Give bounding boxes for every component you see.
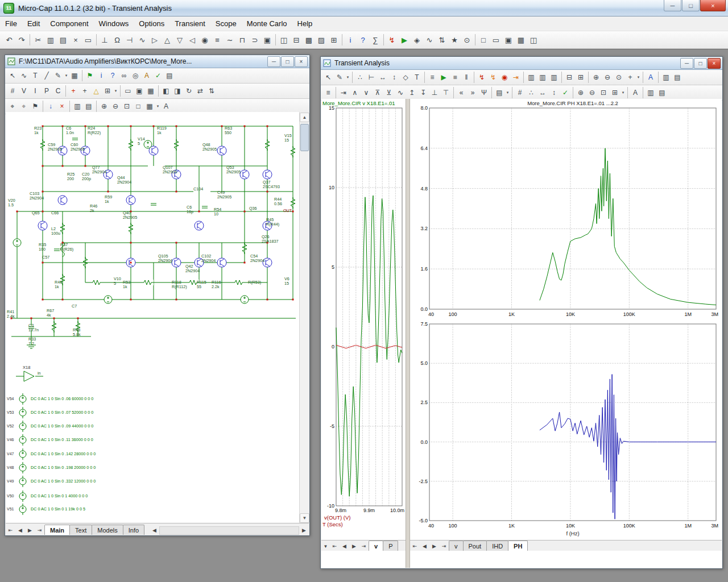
node-numbers-icon[interactable]: # [7,85,18,97]
performance-icon[interactable]: ∿ [423,34,436,46]
macro-block-icon[interactable]: ▣ [261,34,274,46]
close-button[interactable]: × [295,56,308,67]
tile-horizontal-icon[interactable]: ⊟ [290,34,303,46]
copy-icon[interactable]: ▥ [44,34,57,46]
font-icon[interactable]: A [160,101,172,112]
copy-entire-page-icon[interactable]: ▤ [83,101,94,112]
font-icon[interactable]: A [630,87,641,98]
calculator-icon[interactable]: ∑ [369,34,382,46]
warnings-icon[interactable]: △ [90,85,102,97]
grid-options-icon[interactable]: ⊞ [609,87,621,98]
copy-window-icon[interactable]: ▤ [672,72,683,83]
flip-horizontal-icon[interactable]: ⇄ [195,85,206,97]
next-page-icon[interactable]: ▥ [645,87,656,98]
rotate-icon[interactable]: ↻ [183,85,195,97]
pane-splitter[interactable] [406,99,410,568]
hscroll-right-button[interactable]: ▶ [299,526,309,535]
print-preview-icon[interactable]: ◫ [527,34,540,46]
scope-panel-icon[interactable]: ▥ [526,72,537,83]
point-to-point-icon[interactable]: ∞ [118,70,130,81]
slider-icon[interactable]: ⇥ [510,72,522,83]
tab-main[interactable]: Main [44,525,70,535]
component-mode-icon[interactable]: ∿ [18,70,30,81]
schematic-drawing[interactable]: X18inR231kC61.0nR24R(R22)C592N2905C602N2… [6,112,299,523]
resistor-icon[interactable]: Ω [111,34,123,46]
sine-source-icon[interactable]: ∼ [224,34,236,46]
pin-conditions-icon[interactable]: C [52,85,64,97]
last-tab-button[interactable]: ⇥ [439,542,449,551]
main-titlebar[interactable]: 11 Micro-Cap 11.0.1.2 (32 bit) - Transie… [0,0,728,16]
tab-v[interactable]: v [449,541,464,551]
close-button[interactable]: × [708,58,721,69]
open-file-icon[interactable]: ▭ [490,34,502,46]
ph-upper-plot[interactable]: 401001K10K100K1M3M8.06.44.83.21.60.0More… [410,99,722,319]
cursor-next-icon[interactable]: ⇥ [338,87,349,98]
probe-mode-icon[interactable]: ↯ [487,72,499,83]
minimize-button[interactable]: ─ [680,58,693,69]
clipboard-dropdown[interactable]: ▾ [505,90,510,95]
zoom-in-icon[interactable]: ⊕ [575,87,586,98]
clear-flags-icon[interactable]: × [56,101,68,112]
clipboard-icon[interactable]: ▤ [494,87,505,98]
zoom-fit-icon[interactable]: □ [133,101,144,112]
tile-vertical-icon[interactable]: ◫ [278,34,290,46]
zoom-out-icon[interactable]: ⊖ [110,101,121,112]
maximize-button[interactable]: □ [281,56,294,67]
remove-scale-icon[interactable]: ⊟ [564,72,575,83]
zoom-in-icon[interactable]: ⊕ [98,101,110,112]
find-icon[interactable]: ⌖ [7,101,18,112]
analysis-titlebar[interactable]: Transient Analysis ─□× [321,57,722,70]
cursor-low-icon[interactable]: ⊻ [383,87,395,98]
menu-edit[interactable]: Edit [22,16,45,31]
properties-icon[interactable]: ≡ [427,72,438,83]
maximize-button[interactable]: □ [682,0,700,11]
copy-to-page-icon[interactable]: ▥ [72,101,83,112]
pnp-transistor-icon[interactable]: ▽ [173,34,186,46]
vscroll-thumb[interactable] [300,124,309,151]
capacitor-icon[interactable]: ⊣ [123,34,136,46]
tab-pout[interactable]: Pout [463,541,487,551]
pin-names-icon[interactable]: + [79,85,90,97]
graphics-mode-icon[interactable]: ✎ [52,70,64,81]
add-scale-icon[interactable]: ⊞ [575,72,586,83]
zoom-auto-icon[interactable]: ⊙ [613,72,624,83]
menu-windows[interactable]: Windows [94,16,134,31]
next-tab-button[interactable]: ▶ [349,542,359,551]
schematic-titlebar[interactable]: F:\MC11\DATA\Audio Amplifiers\ВиктКОРС\M… [5,55,309,68]
cursor-mode-icon[interactable]: + [624,72,636,83]
zoom-out-icon[interactable]: ⊖ [602,72,613,83]
inductor-icon[interactable]: ∿ [136,34,148,46]
info-mode-icon[interactable]: i [96,70,107,81]
cursor-mode-dropdown[interactable]: ▾ [636,75,641,80]
select-mode-icon[interactable]: ↖ [7,70,18,81]
first-tab-button[interactable]: ⇤ [410,542,420,551]
help-icon[interactable]: ? [357,34,369,46]
cursor-top-icon[interactable]: ⊤ [440,87,452,98]
data-panel-icon[interactable]: ▥ [537,72,548,83]
annotate-dropdown[interactable]: ▾ [345,75,350,80]
3d-plot-icon[interactable]: ◈ [411,34,423,46]
restore-scale-icon[interactable]: ⊡ [598,87,609,98]
split-vertical-icon[interactable]: ◨ [172,85,183,97]
horizontal-axis-tag-icon[interactable]: ↔ [537,87,548,98]
tab-v[interactable]: v [369,541,383,551]
flag-mode-icon[interactable]: ⚑ [84,70,96,81]
save-file-icon[interactable]: ▣ [502,34,515,46]
run-analysis-icon[interactable]: ▶ [398,34,411,46]
paste-icon[interactable]: ▤ [57,34,69,46]
same-branch-icon[interactable]: Ψ [478,87,490,98]
font-icon[interactable]: A [645,72,656,83]
last-tab-button[interactable]: ⇥ [35,526,44,535]
widget-panel-icon[interactable]: ▥ [548,72,560,83]
first-tab-button[interactable]: ⇤ [330,542,340,551]
npn-transistor-icon[interactable]: △ [161,34,173,46]
stop-icon[interactable]: ■ [449,72,461,83]
page-layout-icon[interactable]: ▤ [164,70,175,81]
overlap-windows-icon[interactable]: ▨ [315,34,328,46]
tab-info[interactable]: Info [123,525,144,535]
select-all-icon[interactable]: ▭ [82,34,94,46]
redo-icon[interactable]: ↷ [15,34,28,46]
check-model-icon[interactable]: ✓ [152,70,164,81]
cursor-global-high-icon[interactable]: ↥ [406,87,417,98]
prev-tab-button[interactable]: ◀ [420,542,429,551]
